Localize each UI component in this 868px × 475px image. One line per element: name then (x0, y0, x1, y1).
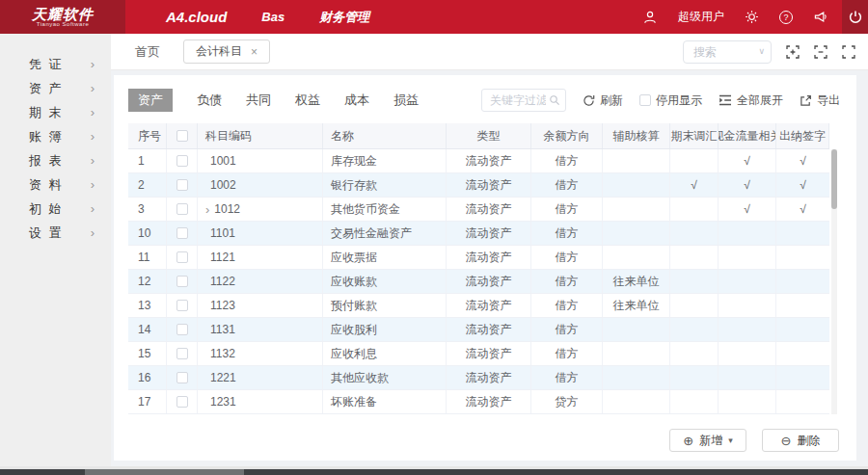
row-no: 11 (128, 246, 167, 269)
announcement-horn-icon[interactable] (813, 10, 828, 24)
settings-gear-icon[interactable] (745, 10, 759, 24)
table-row[interactable]: 1 1001 库存现金 流动资产 借方 √ √ (128, 149, 829, 173)
row-type: 流动资产 (447, 198, 531, 221)
row-check-cell (167, 246, 198, 269)
chevron-down-icon[interactable]: ∨ (758, 46, 765, 56)
category-tab-assets[interactable]: 资产 (128, 89, 173, 112)
close-icon[interactable]: × (251, 45, 258, 59)
show-disabled-checkbox[interactable] (639, 94, 651, 106)
sidebar-item[interactable]: 初 始 › (0, 197, 111, 221)
row-checkbox[interactable] (176, 179, 188, 191)
table-row[interactable]: 2 1002 银行存款 流动资产 借方 √ √ √ (128, 173, 829, 198)
user-icon[interactable] (642, 10, 658, 25)
sidebar-item[interactable]: 期 末 › (0, 100, 111, 124)
expand-all-button[interactable]: 全部展开 (719, 92, 783, 109)
row-code-cell: 1121 (198, 246, 323, 269)
col-header-aux: 辅助核算 (603, 123, 670, 148)
category-tab[interactable]: 成本 (344, 92, 369, 109)
row-checkbox[interactable] (176, 227, 188, 239)
sidebar-item[interactable]: 资 料 › (0, 172, 111, 197)
row-aux: 往来单位 (603, 294, 670, 317)
tab-strip: 首页 会计科目 × ∨ (111, 34, 868, 70)
row-check-cell (167, 198, 198, 221)
row-cashflow-check (719, 318, 776, 341)
row-adjust-check (670, 222, 719, 245)
row-checkbox[interactable] (176, 372, 188, 383)
export-button[interactable]: 导出 (800, 92, 840, 109)
row-checkbox[interactable] (176, 324, 188, 335)
table-row[interactable]: 13 1123 预付账款 流动资产 借方 往来单位 (128, 294, 829, 318)
row-name: 应收票据 (323, 246, 447, 269)
category-tab[interactable]: 权益 (295, 92, 320, 109)
table-row[interactable]: 10 1101 交易性金融资产 流动资产 借方 (128, 222, 829, 246)
zoom-in-brackets-icon[interactable] (786, 45, 800, 59)
table-row[interactable]: 14 1131 应收股利 流动资产 借方 (128, 318, 829, 342)
row-checkbox[interactable] (176, 251, 188, 263)
row-checkbox[interactable] (176, 155, 188, 167)
category-tab[interactable]: 负债 (197, 92, 222, 109)
fullscreen-icon[interactable] (842, 45, 855, 59)
table-row[interactable]: 16 1221 其他应收款 流动资产 借方 (128, 366, 829, 390)
row-no: 15 (128, 342, 167, 365)
row-cashflow-check (719, 294, 776, 317)
category-tab[interactable]: 共同 (246, 92, 271, 109)
row-type: 流动资产 (447, 318, 531, 341)
table-row[interactable]: 12 1122 应收账款 流动资产 借方 往来单位 (128, 270, 829, 294)
row-name: 银行存款 (323, 173, 447, 197)
select-all-checkbox[interactable] (176, 130, 188, 142)
nav-item-bas[interactable]: Bas (261, 10, 285, 24)
table-row[interactable]: 11 1121 应收票据 流动资产 借方 (128, 246, 829, 270)
delete-button[interactable]: ⊖ 删除 (762, 429, 839, 452)
row-cashflow-check (719, 222, 776, 245)
row-checkbox[interactable] (176, 348, 188, 359)
table-scrollbar[interactable] (831, 149, 837, 414)
row-no: 12 (128, 270, 167, 293)
nav-item-product[interactable]: A4.cloud (166, 9, 227, 25)
row-adjust-check (670, 342, 719, 365)
horizontal-scrollbar-thumb[interactable] (85, 469, 244, 475)
row-check-cell (167, 222, 198, 245)
tab-home[interactable]: 首页 (135, 43, 160, 61)
chevron-right-icon: › (91, 129, 95, 144)
row-adjust-check (670, 318, 719, 341)
refresh-button[interactable]: 刷新 (583, 92, 623, 109)
row-type: 流动资产 (447, 270, 531, 293)
zoom-out-brackets-icon[interactable] (814, 45, 827, 59)
table-scrollbar-thumb[interactable] (831, 149, 837, 209)
row-direction: 借方 (531, 198, 603, 221)
sidebar-item[interactable]: 账 簿 › (0, 124, 111, 148)
row-code-cell: 1132 (198, 342, 323, 365)
nav-item-finance[interactable]: 财务管理 (319, 9, 369, 26)
sidebar-item[interactable]: 设 置 › (0, 221, 111, 245)
row-checkbox[interactable] (176, 276, 188, 287)
table-row[interactable]: 3 ›1012 其他货币资金 流动资产 借方 √ √ (128, 198, 829, 222)
horizontal-scrollbar[interactable] (0, 469, 868, 475)
chevron-right-icon: › (91, 105, 95, 119)
row-code: 1121 (210, 251, 235, 264)
row-aux (603, 366, 670, 389)
row-checkbox[interactable] (176, 203, 188, 215)
sidebar-item[interactable]: 资 产 › (0, 76, 111, 100)
table-row[interactable]: 17 1231 坏账准备 流动资产 贷方 (128, 390, 829, 414)
row-aux (603, 222, 670, 245)
expand-icon[interactable]: › (205, 202, 209, 217)
col-header-direction: 余额方向 (531, 123, 603, 148)
tab-accounting-subjects[interactable]: 会计科目 × (183, 40, 270, 64)
sidebar-item[interactable]: 报 表 › (0, 148, 111, 172)
row-cashflow-check (719, 390, 776, 413)
row-checkbox[interactable] (176, 300, 188, 311)
row-checkbox[interactable] (176, 396, 188, 408)
show-disabled-toggle[interactable]: 停用显示 (639, 92, 702, 109)
col-header-signature: 出纳签字 (776, 123, 829, 148)
current-user-label[interactable]: 超级用户 (678, 9, 724, 25)
help-icon[interactable]: ? (779, 11, 793, 24)
logout-power-button[interactable] (842, 0, 868, 34)
row-cashflow-check: √ (719, 198, 776, 221)
col-header-type: 类型 (447, 123, 531, 148)
sidebar-item[interactable]: 凭 证 › (0, 52, 111, 76)
row-name: 其他货币资金 (323, 198, 447, 221)
table-row[interactable]: 15 1132 应收利息 流动资产 借方 (128, 342, 829, 366)
row-aux (603, 149, 670, 172)
add-button[interactable]: ⊕ 新增 ▾ (669, 429, 746, 452)
category-tab[interactable]: 损益 (393, 92, 419, 109)
